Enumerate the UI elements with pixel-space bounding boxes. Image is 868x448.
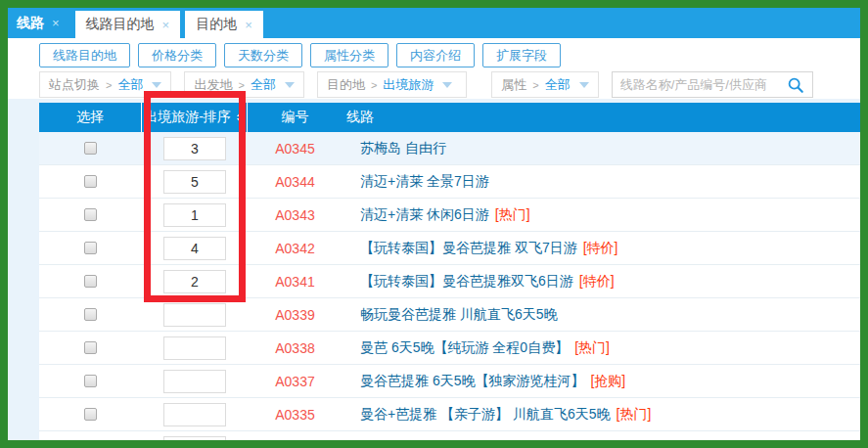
search-icon[interactable] bbox=[787, 76, 804, 94]
dropdown-attribute[interactable]: 属性>全部 bbox=[491, 71, 598, 98]
tab-destination-label: 目的地 bbox=[196, 16, 237, 33]
sort-order-input[interactable] bbox=[163, 436, 226, 441]
sort-order-input[interactable] bbox=[163, 403, 226, 426]
filter-button-4[interactable]: 内容介绍 bbox=[396, 43, 475, 67]
route-name: 【玩转泰国】曼谷芭提雅 双飞7日游 bbox=[360, 240, 577, 255]
route-tag: [特价] bbox=[583, 240, 618, 255]
dropdown-site-switch[interactable]: 站点切换>全部 bbox=[39, 71, 171, 98]
sort-order-input[interactable] bbox=[163, 270, 226, 293]
filter-button-0[interactable]: 线路目的地 bbox=[39, 43, 130, 67]
dropdown-separator: > bbox=[371, 79, 377, 91]
tab-route-destination-label: 线路目的地 bbox=[86, 16, 155, 33]
sort-order-input[interactable] bbox=[163, 336, 226, 360]
close-icon[interactable]: × bbox=[162, 18, 170, 32]
sort-arrows-icon[interactable] bbox=[237, 112, 245, 123]
dropdown-label: 目的地 bbox=[327, 76, 365, 94]
dropdown-separator: > bbox=[532, 79, 538, 91]
filter-button-5[interactable]: 扩展字段 bbox=[482, 43, 561, 67]
route-code: A0341 bbox=[248, 274, 343, 290]
table-row: A0339畅玩曼谷芭提雅 川航直飞6天5晚 bbox=[39, 298, 860, 332]
route-code: A0343 bbox=[248, 207, 343, 223]
row-checkbox[interactable] bbox=[84, 208, 97, 221]
route-tag: [热门] bbox=[495, 206, 530, 222]
route-name: 清迈+清莱 全景7日游 bbox=[360, 173, 489, 189]
chevron-down-icon bbox=[285, 82, 295, 88]
route-cell: 曼谷芭提雅 6天5晚【独家游览桂河】[抢购] bbox=[343, 373, 860, 390]
table-row: A0337曼谷芭提雅 6天5晚【独家游览桂河】[抢购] bbox=[39, 365, 860, 398]
sort-order-input[interactable] bbox=[163, 237, 226, 260]
table-row bbox=[39, 431, 860, 440]
dropdown-departure[interactable]: 出发地>全部 bbox=[184, 71, 303, 98]
header-route: 线路 bbox=[343, 103, 860, 132]
header-sort[interactable]: 出境旅游-排序 bbox=[142, 103, 248, 132]
table-row: A0342【玩转泰国】曼谷芭提雅 双飞7日游[特价] bbox=[39, 232, 860, 265]
row-checkbox[interactable] bbox=[84, 142, 97, 155]
chevron-down-icon bbox=[442, 82, 452, 88]
header-select: 选择 bbox=[39, 103, 142, 132]
route-name: 曼谷+芭提雅 【亲子游】 川航直飞6天5晚 bbox=[360, 406, 611, 422]
dropdown-label: 站点切换 bbox=[49, 76, 100, 94]
route-code: A0344 bbox=[248, 174, 343, 190]
dropdown-value: 全部 bbox=[117, 76, 143, 94]
dropdown-separator: > bbox=[106, 79, 112, 91]
route-cell: 苏梅岛 自由行 bbox=[343, 140, 860, 157]
sort-cell bbox=[142, 436, 248, 441]
close-icon[interactable]: × bbox=[245, 18, 252, 32]
table-row: A0338曼芭 6天5晚【纯玩游 全程0自费】[热门] bbox=[39, 332, 860, 365]
dropdown-destination[interactable]: 目的地>出境旅游 bbox=[317, 71, 467, 98]
dropdown-value: 全部 bbox=[545, 76, 571, 94]
chevron-down-icon bbox=[579, 82, 589, 88]
route-name: 曼芭 6天5晚【纯玩游 全程0自费】 bbox=[360, 339, 569, 355]
route-name: 苏梅岛 自由行 bbox=[360, 140, 446, 156]
route-tag: [抢购] bbox=[590, 373, 625, 388]
sort-order-input[interactable] bbox=[163, 303, 226, 327]
route-cell: 畅玩曼谷芭提雅 川航直飞6天5晚 bbox=[343, 306, 860, 324]
tab-route-destination[interactable]: 线路目的地 × bbox=[75, 11, 181, 38]
table-body: A0345苏梅岛 自由行A0344清迈+清莱 全景7日游A0343清迈+清莱 休… bbox=[39, 132, 860, 440]
select-cell bbox=[39, 341, 142, 354]
row-checkbox[interactable] bbox=[84, 308, 97, 321]
table-row: A0335曼谷+芭提雅 【亲子游】 川航直飞6天5晚[热门] bbox=[39, 398, 860, 431]
sort-order-input[interactable] bbox=[163, 170, 226, 194]
row-checkbox[interactable] bbox=[84, 341, 97, 354]
app-window: 线路 × 线路目的地 × 目的地 × 线路目的地价格分类天数分类属性分类内容介绍… bbox=[8, 8, 860, 440]
header-route-label: 线路 bbox=[346, 109, 374, 126]
select-cell bbox=[39, 275, 142, 288]
select-cell bbox=[39, 208, 142, 221]
tab-bar: 线路 × 线路目的地 × 目的地 × bbox=[8, 8, 860, 38]
row-checkbox[interactable] bbox=[84, 175, 97, 188]
select-cell bbox=[39, 142, 142, 155]
dropdown-value: 全部 bbox=[251, 76, 276, 94]
row-checkbox[interactable] bbox=[84, 275, 97, 288]
dropdown-row: 站点切换>全部出发地>全部目的地>出境旅游属性>全部 bbox=[39, 71, 860, 98]
row-checkbox[interactable] bbox=[84, 375, 97, 387]
tab-route[interactable]: 线路 × bbox=[8, 8, 70, 38]
filter-button-3[interactable]: 属性分类 bbox=[310, 43, 388, 67]
route-code: A0338 bbox=[248, 340, 343, 356]
route-code: A0342 bbox=[248, 241, 343, 256]
dropdown-label: 出发地 bbox=[194, 76, 232, 94]
filter-panel: 线路目的地价格分类天数分类属性分类内容介绍扩展字段 站点切换>全部出发地>全部目… bbox=[8, 38, 860, 99]
row-checkbox[interactable] bbox=[84, 242, 97, 254]
row-checkbox[interactable] bbox=[84, 408, 97, 421]
sort-order-input[interactable] bbox=[163, 203, 226, 227]
sort-cell bbox=[142, 270, 248, 293]
header-select-label: 选择 bbox=[76, 109, 104, 126]
sort-cell bbox=[142, 370, 248, 393]
route-name: 曼谷芭提雅 6天5晚【独家游览桂河】 bbox=[360, 373, 584, 388]
sort-order-input[interactable] bbox=[163, 137, 226, 160]
header-code-label: 编号 bbox=[282, 109, 309, 126]
route-name: 畅玩曼谷芭提雅 川航直飞6天5晚 bbox=[360, 306, 557, 322]
dropdown-value: 出境旅游 bbox=[383, 76, 434, 94]
sort-cell bbox=[142, 137, 248, 160]
sort-cell bbox=[142, 237, 248, 260]
route-tag: [特价] bbox=[579, 273, 615, 289]
filter-button-2[interactable]: 天数分类 bbox=[224, 43, 302, 67]
table-row: A0345苏梅岛 自由行 bbox=[39, 132, 860, 165]
close-icon[interactable]: × bbox=[52, 16, 60, 30]
sort-order-input[interactable] bbox=[163, 370, 226, 393]
header-code: 编号 bbox=[248, 103, 343, 132]
tab-destination[interactable]: 目的地 × bbox=[185, 11, 263, 38]
filter-button-1[interactable]: 价格分类 bbox=[138, 43, 216, 67]
search-input[interactable] bbox=[620, 77, 787, 92]
